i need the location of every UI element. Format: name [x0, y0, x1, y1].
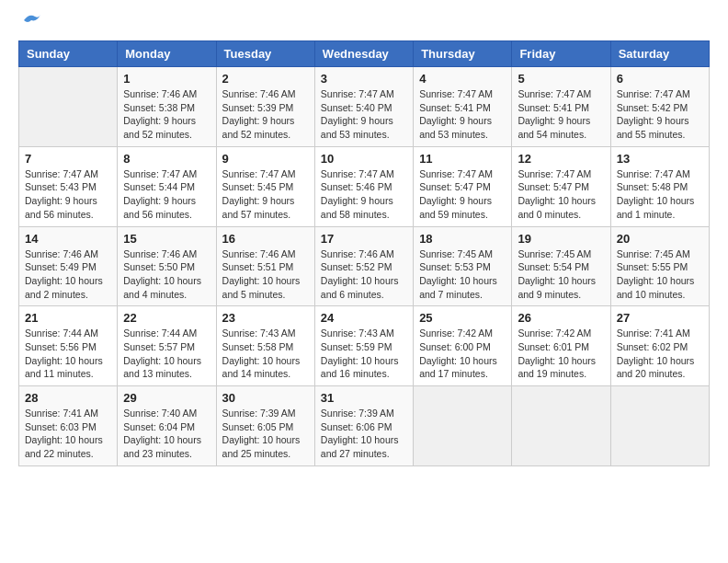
day-number: 20: [617, 232, 703, 246]
day-number: 6: [617, 72, 703, 86]
calendar-cell: 3Sunrise: 7:47 AM Sunset: 5:40 PM Daylig…: [314, 67, 413, 147]
day-info: Sunrise: 7:47 AM Sunset: 5:43 PM Dayligh…: [25, 167, 111, 222]
day-number: 26: [518, 311, 604, 325]
weekday-header-sunday: Sunday: [19, 41, 118, 67]
day-info: Sunrise: 7:41 AM Sunset: 6:02 PM Dayligh…: [617, 327, 703, 381]
day-info: Sunrise: 7:47 AM Sunset: 5:47 PM Dayligh…: [419, 167, 506, 222]
calendar-cell: 31Sunrise: 7:39 AM Sunset: 6:06 PM Dayli…: [314, 386, 413, 466]
calendar-cell: 14Sunrise: 7:46 AM Sunset: 5:49 PM Dayli…: [19, 226, 118, 306]
day-number: 31: [321, 391, 407, 405]
calendar-cell: [512, 386, 610, 466]
calendar-cell: 16Sunrise: 7:46 AM Sunset: 5:51 PM Dayli…: [216, 226, 314, 306]
calendar-cell: 15Sunrise: 7:46 AM Sunset: 5:50 PM Dayli…: [118, 226, 216, 306]
calendar-week-row: 1Sunrise: 7:46 AM Sunset: 5:38 PM Daylig…: [19, 67, 710, 147]
day-number: 10: [321, 152, 407, 166]
day-info: Sunrise: 7:47 AM Sunset: 5:41 PM Dayligh…: [518, 87, 604, 142]
calendar-cell: 10Sunrise: 7:47 AM Sunset: 5:46 PM Dayli…: [314, 146, 413, 226]
calendar-cell: 23Sunrise: 7:43 AM Sunset: 5:58 PM Dayli…: [216, 306, 314, 386]
day-info: Sunrise: 7:39 AM Sunset: 6:06 PM Dayligh…: [321, 407, 407, 461]
day-info: Sunrise: 7:45 AM Sunset: 5:55 PM Dayligh…: [617, 247, 703, 302]
calendar-cell: 24Sunrise: 7:43 AM Sunset: 5:59 PM Dayli…: [314, 306, 413, 386]
day-number: 22: [123, 311, 210, 325]
day-info: Sunrise: 7:42 AM Sunset: 6:00 PM Dayligh…: [419, 327, 506, 381]
day-number: 2: [222, 72, 309, 86]
day-info: Sunrise: 7:46 AM Sunset: 5:38 PM Dayligh…: [123, 87, 210, 142]
calendar-week-row: 21Sunrise: 7:44 AM Sunset: 5:56 PM Dayli…: [19, 306, 710, 386]
calendar-cell: 20Sunrise: 7:45 AM Sunset: 5:55 PM Dayli…: [610, 226, 709, 306]
weekday-header-tuesday: Tuesday: [216, 41, 314, 67]
day-info: Sunrise: 7:43 AM Sunset: 5:59 PM Dayligh…: [321, 327, 407, 381]
day-info: Sunrise: 7:47 AM Sunset: 5:41 PM Dayligh…: [419, 87, 506, 142]
logo: [18, 18, 42, 31]
day-info: Sunrise: 7:47 AM Sunset: 5:45 PM Dayligh…: [222, 167, 309, 222]
day-number: 17: [321, 232, 407, 246]
day-info: Sunrise: 7:46 AM Sunset: 5:51 PM Dayligh…: [222, 247, 309, 302]
day-info: Sunrise: 7:42 AM Sunset: 6:01 PM Dayligh…: [518, 327, 604, 381]
day-info: Sunrise: 7:47 AM Sunset: 5:44 PM Dayligh…: [123, 167, 210, 222]
calendar-cell: 1Sunrise: 7:46 AM Sunset: 5:38 PM Daylig…: [118, 67, 216, 147]
day-number: 1: [123, 72, 210, 86]
weekday-header-wednesday: Wednesday: [314, 41, 413, 67]
day-info: Sunrise: 7:44 AM Sunset: 5:57 PM Dayligh…: [123, 327, 210, 381]
weekday-header-monday: Monday: [118, 41, 216, 67]
calendar-week-row: 14Sunrise: 7:46 AM Sunset: 5:49 PM Dayli…: [19, 226, 710, 306]
day-info: Sunrise: 7:40 AM Sunset: 6:04 PM Dayligh…: [123, 407, 210, 461]
calendar-cell: 18Sunrise: 7:45 AM Sunset: 5:53 PM Dayli…: [414, 226, 512, 306]
day-number: 28: [25, 391, 111, 405]
day-number: 25: [419, 311, 506, 325]
day-info: Sunrise: 7:44 AM Sunset: 5:56 PM Dayligh…: [25, 327, 111, 381]
day-info: Sunrise: 7:47 AM Sunset: 5:47 PM Dayligh…: [518, 167, 604, 222]
logo-bird-icon: [22, 11, 42, 28]
calendar-cell: 30Sunrise: 7:39 AM Sunset: 6:05 PM Dayli…: [216, 386, 314, 466]
calendar-week-row: 7Sunrise: 7:47 AM Sunset: 5:43 PM Daylig…: [19, 146, 710, 226]
day-number: 7: [25, 152, 111, 166]
day-number: 30: [222, 391, 309, 405]
day-info: Sunrise: 7:39 AM Sunset: 6:05 PM Dayligh…: [222, 407, 309, 461]
day-number: 9: [222, 152, 309, 166]
day-info: Sunrise: 7:46 AM Sunset: 5:52 PM Dayligh…: [321, 247, 407, 302]
day-number: 27: [617, 311, 703, 325]
day-number: 15: [123, 232, 210, 246]
day-number: 5: [518, 72, 604, 86]
header: [18, 18, 710, 31]
calendar-cell: 13Sunrise: 7:47 AM Sunset: 5:48 PM Dayli…: [610, 146, 709, 226]
day-number: 23: [222, 311, 309, 325]
day-number: 19: [518, 232, 604, 246]
day-number: 11: [419, 152, 506, 166]
day-number: 8: [123, 152, 210, 166]
day-info: Sunrise: 7:47 AM Sunset: 5:42 PM Dayligh…: [617, 87, 703, 142]
calendar-cell: 29Sunrise: 7:40 AM Sunset: 6:04 PM Dayli…: [118, 386, 216, 466]
calendar-cell: 22Sunrise: 7:44 AM Sunset: 5:57 PM Dayli…: [118, 306, 216, 386]
calendar-cell: 4Sunrise: 7:47 AM Sunset: 5:41 PM Daylig…: [414, 67, 512, 147]
calendar-cell: 8Sunrise: 7:47 AM Sunset: 5:44 PM Daylig…: [118, 146, 216, 226]
day-number: 21: [25, 311, 111, 325]
day-number: 13: [617, 152, 703, 166]
calendar-cell: 2Sunrise: 7:46 AM Sunset: 5:39 PM Daylig…: [216, 67, 314, 147]
calendar-cell: 6Sunrise: 7:47 AM Sunset: 5:42 PM Daylig…: [610, 67, 709, 147]
weekday-header-thursday: Thursday: [414, 41, 512, 67]
calendar-cell: 5Sunrise: 7:47 AM Sunset: 5:41 PM Daylig…: [512, 67, 610, 147]
calendar-cell: 11Sunrise: 7:47 AM Sunset: 5:47 PM Dayli…: [414, 146, 512, 226]
day-number: 12: [518, 152, 604, 166]
day-info: Sunrise: 7:46 AM Sunset: 5:50 PM Dayligh…: [123, 247, 210, 302]
calendar-cell: 21Sunrise: 7:44 AM Sunset: 5:56 PM Dayli…: [19, 306, 118, 386]
weekday-header-saturday: Saturday: [610, 41, 709, 67]
calendar-cell: 9Sunrise: 7:47 AM Sunset: 5:45 PM Daylig…: [216, 146, 314, 226]
day-info: Sunrise: 7:45 AM Sunset: 5:53 PM Dayligh…: [419, 247, 506, 302]
weekday-header-friday: Friday: [512, 41, 610, 67]
day-number: 3: [321, 72, 407, 86]
calendar-cell: 26Sunrise: 7:42 AM Sunset: 6:01 PM Dayli…: [512, 306, 610, 386]
calendar-cell: 7Sunrise: 7:47 AM Sunset: 5:43 PM Daylig…: [19, 146, 118, 226]
day-number: 24: [321, 311, 407, 325]
day-info: Sunrise: 7:41 AM Sunset: 6:03 PM Dayligh…: [25, 407, 111, 461]
calendar-cell: [610, 386, 709, 466]
day-number: 18: [419, 232, 506, 246]
calendar-cell: 17Sunrise: 7:46 AM Sunset: 5:52 PM Dayli…: [314, 226, 413, 306]
day-number: 29: [123, 391, 210, 405]
calendar-cell: 12Sunrise: 7:47 AM Sunset: 5:47 PM Dayli…: [512, 146, 610, 226]
day-number: 14: [25, 232, 111, 246]
calendar-cell: [19, 67, 118, 147]
day-info: Sunrise: 7:47 AM Sunset: 5:40 PM Dayligh…: [321, 87, 407, 142]
calendar-cell: [414, 386, 512, 466]
day-number: 4: [419, 72, 506, 86]
